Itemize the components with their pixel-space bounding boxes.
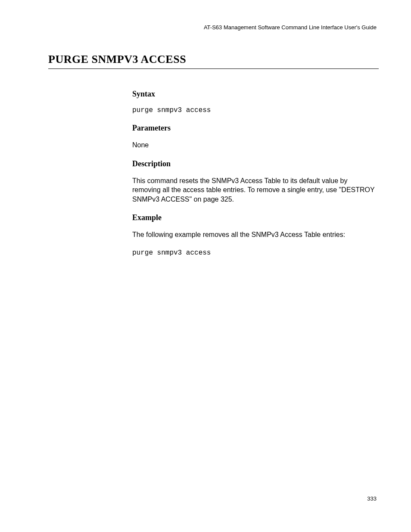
parameters-heading: Parameters bbox=[132, 124, 377, 133]
content-area: Syntax purge snmpv3 access Parameters No… bbox=[132, 90, 379, 257]
document-page: AT-S63 Management Software Command Line … bbox=[0, 0, 411, 257]
example-heading: Example bbox=[132, 213, 377, 222]
description-text: This command resets the SNMPv3 Access Ta… bbox=[132, 176, 377, 204]
parameters-text: None bbox=[132, 140, 377, 150]
page-number: 333 bbox=[367, 495, 377, 502]
example-text: The following example removes all the SN… bbox=[132, 230, 377, 240]
syntax-code: purge snmpv3 access bbox=[132, 106, 377, 114]
page-title: PURGE SNMPV3 ACCESS bbox=[48, 53, 379, 69]
header-guide-title: AT-S63 Management Software Command Line … bbox=[48, 24, 379, 31]
description-heading: Description bbox=[132, 159, 377, 168]
syntax-heading: Syntax bbox=[132, 90, 377, 99]
example-code: purge snmpv3 access bbox=[132, 249, 377, 257]
